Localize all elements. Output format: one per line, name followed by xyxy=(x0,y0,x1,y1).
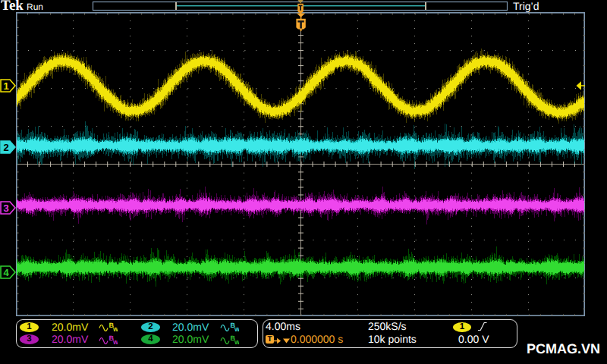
svg-text:W: W xyxy=(113,325,118,331)
svg-text:4: 4 xyxy=(3,267,9,278)
svg-text:W: W xyxy=(234,338,239,344)
svg-text:3: 3 xyxy=(3,202,8,214)
svg-text:1: 1 xyxy=(3,80,8,92)
svg-text:2: 2 xyxy=(3,142,8,153)
svg-text:W: W xyxy=(113,338,118,344)
svg-text:W: W xyxy=(234,325,239,331)
